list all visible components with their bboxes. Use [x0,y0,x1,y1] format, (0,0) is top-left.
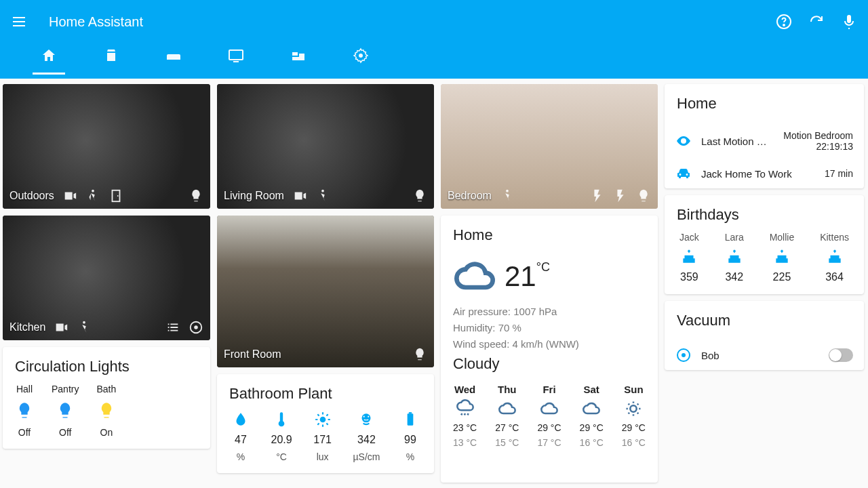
plant-conductivity: 342µS/cm [353,411,380,462]
light-bath[interactable]: Bath On [96,384,116,438]
camera-bedroom[interactable]: Bedroom [441,84,658,209]
svg-rect-5 [112,190,119,202]
svg-point-10 [321,190,324,192]
forecast-day: Sun29 °C16 °C [622,384,646,448]
camera-label: Outdoors [9,190,54,202]
bulb-icon[interactable] [412,347,427,362]
motion-icon [500,188,515,203]
plant-metrics: 47% 20.9°C 171lux 342µS/cm 99% [229,411,422,462]
svg-point-1 [783,24,785,26]
cloud-icon [453,255,496,298]
svg-point-13 [363,416,365,418]
card-title: Birthdays [677,206,852,224]
menu-button[interactable] [11,14,27,30]
birthday-kittens: Kittens364 [820,232,849,283]
birthday-lara: Lara342 [725,232,744,283]
svg-rect-2 [229,50,243,60]
svg-point-17 [506,190,509,192]
vacuum-icon [675,347,692,363]
plant-moisture: 47% [232,411,250,462]
app-header: Home Assistant [0,0,868,79]
light-pantry[interactable]: Pantry Off [52,384,79,438]
birthdays-card: Birthdays Jack359 Lara342 Mollie225 Kitt… [665,195,864,294]
svg-point-9 [194,325,198,329]
motion-icon [315,188,330,203]
birthday-jack: Jack359 [679,232,699,283]
svg-point-4 [92,190,94,192]
video-icon[interactable] [62,188,77,203]
list-icon[interactable] [165,320,180,335]
door-icon [108,188,123,203]
bulb-icon[interactable] [189,188,203,203]
weather-card: Home 21°C Air pressure: 1007 hPa Humidit… [441,216,658,483]
forecast-row: Wed23 °C13 °C Thu27 °C15 °C Fri29 °C17 °… [453,384,646,448]
svg-point-6 [117,195,119,197]
camera-label: Living Room [224,190,284,202]
svg-point-20 [682,353,686,357]
camera-label: Kitchen [9,321,45,333]
svg-rect-16 [409,412,412,413]
nav-tabs [0,43,868,76]
camera-label: Front Room [224,348,281,361]
forecast-day: Fri29 °C17 °C [537,384,561,448]
home-card: Home Last Motion … Motion Bedroom 22:19:… [665,84,864,188]
tab-kitchen[interactable] [95,47,127,72]
motion-icon [85,188,100,203]
camera-front-room[interactable]: Front Room [217,216,434,367]
row-last-motion[interactable]: Last Motion … Motion Bedroom 22:19:13 [665,123,864,159]
tab-living[interactable] [157,47,190,72]
svg-point-11 [319,417,326,423]
camera-living-room[interactable]: Living Room [217,84,434,209]
plant-battery: 99% [401,411,419,462]
forecast-day: Thu27 °C15 °C [495,384,519,448]
weather-attributes: Air pressure: 1007 hPa Humidity: 70 % Wi… [453,304,646,352]
card-title: Home [677,95,852,113]
current-temp: 21°C [505,260,550,293]
eye-icon [675,133,692,149]
tab-home[interactable] [33,47,65,72]
card-title: Home [453,226,646,244]
svg-rect-15 [408,413,414,425]
dashboard: Outdoors Kitchen Circulation Lights [0,79,868,488]
plant-light: 171lux [313,411,332,462]
camera-outdoors[interactable]: Outdoors [3,84,210,209]
row-commute[interactable]: Jack Home To Work 17 min [665,159,864,188]
app-title: Home Assistant [49,14,776,30]
card-title: Circulation Lights [15,358,198,375]
svg-point-14 [368,416,370,418]
weather-condition: Cloudy [453,355,646,373]
vacuum-switch[interactable] [829,348,853,362]
svg-point-3 [359,54,363,58]
svg-point-18 [631,405,637,411]
target-icon[interactable] [189,320,203,335]
flash-icon[interactable] [590,188,605,203]
camera-kitchen[interactable]: Kitchen [3,216,210,340]
svg-point-12 [362,413,371,422]
flash-icon[interactable] [613,188,628,203]
light-hall[interactable]: Hall Off [15,384,34,438]
refresh-icon[interactable] [808,14,825,30]
lights-card: Circulation Lights Hall Off Pantry Off B… [3,347,210,449]
car-icon [675,165,692,182]
plant-card: Bathroom Plant 47% 20.9°C 171lux 342µS/c… [217,374,434,473]
card-title: Bathroom Plant [229,385,422,403]
tab-bedroom[interactable] [282,47,315,72]
tab-settings[interactable] [344,47,377,72]
forecast-day: Wed23 °C13 °C [453,384,477,448]
birthday-mollie: Mollie225 [770,232,795,283]
vacuum-card: Vacuum Bob [665,301,864,370]
video-icon[interactable] [54,320,68,335]
help-icon[interactable] [776,14,792,30]
motion-icon [77,320,92,335]
forecast-day: Sat29 °C16 °C [580,384,604,448]
bulb-icon[interactable] [412,188,427,203]
video-icon[interactable] [292,188,307,203]
tab-media[interactable] [220,47,252,72]
card-title: Vacuum [677,312,852,329]
camera-label: Bedroom [448,190,492,202]
plant-temp: 20.9°C [271,411,292,462]
mic-icon[interactable] [841,14,857,30]
bulb-icon[interactable] [636,188,651,203]
svg-point-7 [83,321,86,324]
row-vacuum[interactable]: Bob [665,340,864,370]
